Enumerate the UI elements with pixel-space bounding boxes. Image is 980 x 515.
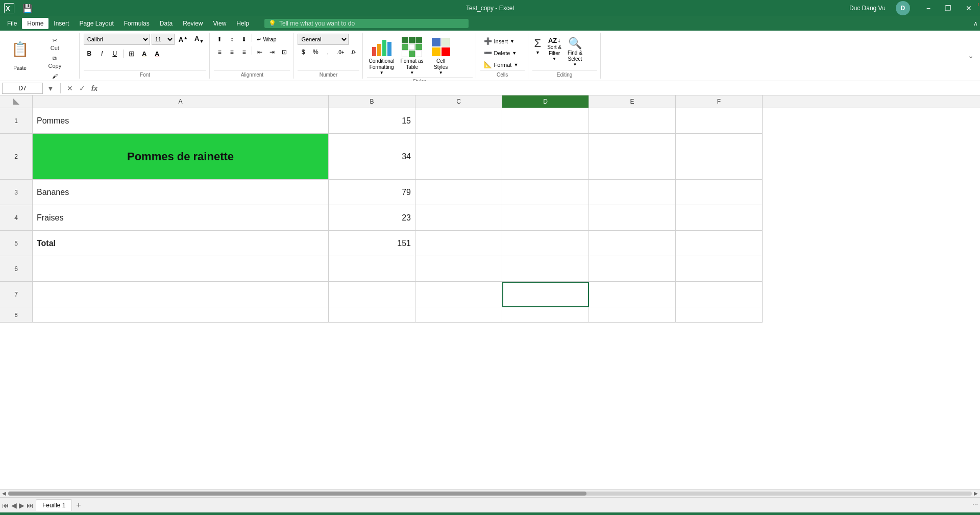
cell-b2[interactable]: 34	[329, 134, 415, 180]
align-left-button[interactable]: ≡	[214, 46, 225, 58]
cell-c7[interactable]	[415, 282, 502, 307]
autosum-button[interactable]: Σ ▼	[532, 36, 544, 56]
col-header-f[interactable]: F	[676, 95, 763, 108]
bold-button[interactable]: B	[84, 48, 95, 59]
quick-save-button[interactable]: 💾	[18, 2, 37, 15]
close-button[interactable]: ✕	[962, 2, 976, 14]
col-header-c[interactable]: C	[415, 95, 502, 108]
decimal-dec-button[interactable]: .0-	[348, 46, 359, 58]
cell-b5[interactable]: 151	[329, 231, 415, 256]
horizontal-scrollbar-track[interactable]	[8, 492, 972, 496]
cell-a1[interactable]: Pommes	[33, 108, 329, 134]
sort-filter-button[interactable]: AZ ↓ Sort &Filter ▼	[545, 36, 564, 62]
horizontal-scrollbar-thumb[interactable]	[8, 492, 586, 496]
cell-e4[interactable]	[589, 205, 676, 231]
copy-button[interactable]: ⧉ Copy	[34, 54, 76, 70]
sheet-nav-first[interactable]: ⏮	[2, 501, 9, 509]
cell-e7[interactable]	[589, 282, 676, 307]
cell-f6[interactable]	[676, 256, 763, 282]
menu-formulas[interactable]: Formulas	[119, 18, 155, 29]
cell-d8[interactable]	[502, 307, 589, 323]
italic-button[interactable]: I	[96, 48, 108, 59]
align-top-button[interactable]: ⬆	[214, 34, 225, 45]
cell-a2[interactable]: Pommes de rainette	[33, 134, 329, 180]
wrap-text-button[interactable]: ↵ Wrap	[254, 34, 279, 45]
insert-function-button[interactable]: fx	[89, 84, 100, 92]
menu-review[interactable]: Review	[178, 18, 208, 29]
cell-e2[interactable]	[589, 134, 676, 180]
cell-c4[interactable]	[415, 205, 502, 231]
border-button[interactable]: ⊞	[126, 48, 137, 59]
format-painter-button[interactable]: 🖌 Format Painter	[34, 71, 76, 81]
cell-b6[interactable]	[329, 256, 415, 282]
menu-insert[interactable]: Insert	[48, 18, 74, 29]
tell-me-search-bar[interactable]: 💡	[264, 19, 469, 28]
cell-a5[interactable]: Total	[33, 231, 329, 256]
row-header-7[interactable]: 7	[0, 282, 33, 307]
menu-page-layout[interactable]: Page Layout	[74, 18, 118, 29]
cell-f8[interactable]	[676, 307, 763, 323]
row-header-8[interactable]: 8	[0, 307, 33, 323]
cell-f5[interactable]	[676, 231, 763, 256]
align-bottom-button[interactable]: ⬇	[238, 34, 250, 45]
paste-button[interactable]: 📋	[7, 34, 33, 64]
cell-e8[interactable]	[589, 307, 676, 323]
cell-c5[interactable]	[415, 231, 502, 256]
delete-cells-button[interactable]: ➖ Delete ▼	[480, 47, 521, 58]
sheet-tab-feuille1[interactable]: Feuille 1	[36, 499, 72, 511]
minimize-button[interactable]: −	[922, 2, 935, 14]
sheet-nav-prev[interactable]: ◀	[11, 501, 17, 509]
corner-cell[interactable]	[0, 95, 33, 108]
cell-c3[interactable]	[415, 180, 502, 205]
font-color-button[interactable]: A	[152, 48, 163, 59]
indent-inc-button[interactable]: ⇥	[266, 46, 278, 58]
align-middle-button[interactable]: ↕	[226, 34, 237, 45]
cell-b3[interactable]: 79	[329, 180, 415, 205]
cell-reference-box[interactable]	[2, 83, 43, 94]
scroll-left-button[interactable]: ◀	[2, 491, 6, 496]
row-header-4[interactable]: 4	[0, 205, 33, 231]
ribbon-collapse-button[interactable]: ∧	[973, 20, 978, 27]
cell-c8[interactable]	[415, 307, 502, 323]
cell-f4[interactable]	[676, 205, 763, 231]
cell-d6[interactable]	[502, 256, 589, 282]
cut-button[interactable]: ✂ Cut	[34, 36, 76, 53]
percent-button[interactable]: %	[310, 46, 321, 58]
menu-home[interactable]: Home	[22, 18, 48, 29]
cancel-formula-button[interactable]: ✕	[65, 84, 75, 92]
insert-cells-button[interactable]: ➕ Insert ▼	[480, 36, 518, 46]
underline-button[interactable]: U	[109, 48, 120, 59]
cell-d1[interactable]	[502, 108, 589, 134]
cell-d3[interactable]	[502, 180, 589, 205]
cell-a7[interactable]	[33, 282, 329, 307]
cell-a3[interactable]: Bananes	[33, 180, 329, 205]
cell-a8[interactable]	[33, 307, 329, 323]
ribbon-arrow-button[interactable]: ⌄	[968, 52, 974, 60]
cell-b8[interactable]	[329, 307, 415, 323]
formula-input[interactable]	[102, 85, 978, 92]
cell-f7[interactable]	[676, 282, 763, 307]
number-format-select[interactable]: General Number Currency Percentage	[298, 34, 349, 45]
expand-cell-ref-button[interactable]: ▼	[45, 84, 56, 92]
align-right-button[interactable]: ≡	[238, 46, 250, 58]
cell-b7[interactable]	[329, 282, 415, 307]
col-header-d[interactable]: D	[502, 95, 589, 108]
decimal-inc-button[interactable]: .0+	[334, 46, 347, 58]
cell-f2[interactable]	[676, 134, 763, 180]
find-select-button[interactable]: 🔍 Find &Select ▼	[566, 36, 584, 68]
enter-formula-button[interactable]: ✓	[77, 84, 87, 92]
add-sheet-button[interactable]: +	[74, 501, 83, 510]
cell-b1[interactable]: 15	[329, 108, 415, 134]
cell-c1[interactable]	[415, 108, 502, 134]
cell-a4[interactable]: Fraises	[33, 205, 329, 231]
col-header-e[interactable]: E	[589, 95, 676, 108]
row-header-6[interactable]: 6	[0, 256, 33, 282]
cell-d7[interactable]	[502, 282, 589, 307]
font-size-select[interactable]: 11	[152, 34, 175, 45]
cell-d5[interactable]	[502, 231, 589, 256]
scroll-right-button[interactable]: ▶	[974, 491, 978, 496]
menu-file[interactable]: File	[2, 18, 22, 29]
tell-me-input[interactable]	[279, 20, 432, 27]
row-header-3[interactable]: 3	[0, 180, 33, 205]
cell-styles-button[interactable]: CellStyles ▼	[428, 34, 454, 77]
